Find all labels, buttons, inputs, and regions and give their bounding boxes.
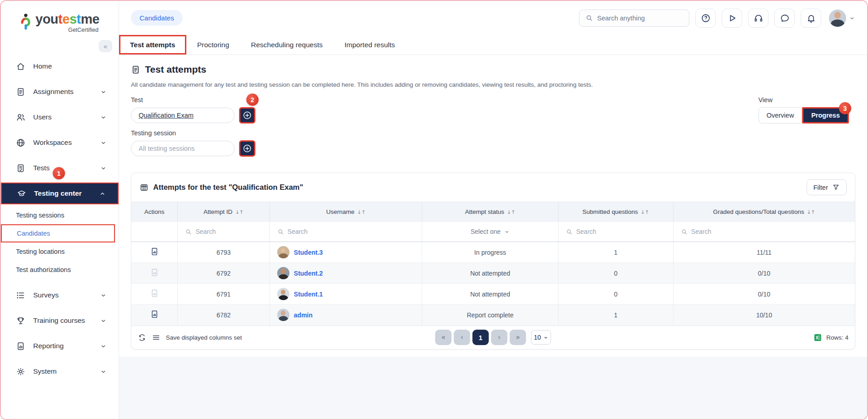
col-username[interactable]: Username↓↑: [269, 202, 422, 222]
first-page-button[interactable]: «: [435, 330, 452, 345]
view-label: View: [758, 96, 849, 104]
personal-report-icon: [150, 289, 159, 298]
username-link[interactable]: Student.2: [294, 270, 323, 277]
col-graded-questions[interactable]: Graded questions/Total questions↓↑: [673, 202, 855, 222]
search-icon: [277, 228, 284, 235]
username-search-input[interactable]: [288, 228, 404, 235]
refresh-icon[interactable]: [138, 333, 146, 342]
test-doc-icon: [16, 163, 25, 173]
sidebar-item-system[interactable]: System: [1, 359, 119, 384]
submitted-search-input[interactable]: [576, 228, 662, 235]
excel-export-icon[interactable]: [813, 333, 822, 342]
username-link[interactable]: Student.1: [294, 291, 323, 298]
home-icon: [16, 62, 25, 71]
help-button[interactable]: [695, 9, 716, 28]
tab-rescheduling-requests[interactable]: Rescheduling requests: [240, 35, 334, 54]
sidebar-item-testing-center[interactable]: Testing center: [1, 183, 119, 204]
logo: youtestme GetCertified «: [1, 1, 119, 52]
sidebar-subitem-test-authorizations[interactable]: Test authorizations: [1, 261, 119, 279]
sidebar-item-users[interactable]: Users: [1, 104, 119, 130]
sort-icon[interactable]: ↓↑: [235, 209, 244, 215]
list-icon: [16, 291, 25, 300]
add-test-button[interactable]: [239, 107, 255, 124]
main-area: Candidates Test attempts Proctoring: [119, 1, 867, 419]
notifications-button[interactable]: [801, 9, 821, 28]
chevron-down-icon: [100, 114, 107, 121]
search-input[interactable]: [597, 15, 674, 22]
chevron-down-icon: [100, 292, 107, 299]
sidebar-collapse-button[interactable]: «: [99, 40, 112, 52]
view-overview-button[interactable]: Overview: [758, 107, 802, 124]
save-columns-label[interactable]: Save displayed columns set: [166, 334, 242, 341]
tab-proctoring[interactable]: Proctoring: [186, 35, 240, 54]
sidebar-item-assignments[interactable]: Assignments: [1, 79, 119, 104]
user-row-avatar: [277, 267, 289, 279]
sidebar-item-reporting[interactable]: Reporting: [1, 333, 119, 359]
page-description: All candidate management for any test an…: [131, 81, 855, 88]
sidebar-subitem-candidates[interactable]: Candidates: [1, 224, 115, 242]
username-link[interactable]: admin: [294, 311, 313, 319]
global-search[interactable]: [579, 10, 689, 27]
col-attempt-status[interactable]: Attempt status↓↑: [422, 202, 558, 222]
col-attempt-id[interactable]: Attempt ID↓↑: [178, 202, 269, 222]
chevron-down-icon: [100, 139, 107, 146]
table-row: 6793 Student.3 In progress 1 11/11: [131, 242, 855, 263]
personal-report-icon: [150, 268, 159, 277]
logo-wordmark: youtestme: [35, 13, 100, 26]
sidebar-subitem-testing-locations[interactable]: Testing locations: [1, 242, 119, 261]
view-progress-button[interactable]: Progress 3: [802, 107, 849, 124]
table-footer: Save displayed columns set « ‹ 1 › » 10 …: [131, 326, 855, 349]
annotation-step-3-badge: 3: [839, 102, 851, 114]
sort-icon[interactable]: ↓↑: [807, 209, 815, 215]
sort-icon[interactable]: ↓↑: [507, 209, 515, 215]
chevron-down-icon: [100, 165, 107, 172]
testing-session-input[interactable]: [131, 141, 234, 156]
sort-icon[interactable]: ↓↑: [641, 209, 649, 215]
sidebar-item-surveys[interactable]: Surveys: [1, 282, 119, 308]
prev-page-button[interactable]: ‹: [454, 330, 470, 345]
user-menu[interactable]: [829, 10, 855, 27]
next-page-button[interactable]: ›: [491, 330, 508, 345]
table-row: 6791 Student.1 Not attempted 0 0/10: [131, 284, 855, 305]
table-row: 6792 Student.2 Not attempted 0 0/10: [131, 263, 855, 284]
graded-search-input[interactable]: [691, 228, 831, 235]
tabs-bar: Test attempts Proctoring Rescheduling re…: [119, 35, 867, 55]
status-filter-select[interactable]: Select one: [422, 228, 558, 235]
chevron-down-icon: [100, 343, 107, 350]
support-button[interactable]: [748, 9, 768, 28]
tab-test-attempts[interactable]: Test attempts: [119, 35, 186, 54]
last-page-button[interactable]: »: [510, 330, 526, 345]
sidebar-item-training-courses[interactable]: Training courses: [1, 308, 119, 333]
headphones-icon: [753, 13, 763, 23]
search-icon: [185, 228, 192, 235]
personal-report-icon[interactable]: [150, 247, 159, 256]
test-field-label: Test: [131, 96, 255, 104]
add-session-button[interactable]: [239, 140, 255, 157]
sidebar-item-workspaces[interactable]: Workspaces: [1, 130, 119, 155]
attempt-id-search-input[interactable]: [195, 228, 263, 235]
chevron-down-icon: [100, 89, 107, 95]
columns-menu-icon[interactable]: [152, 333, 160, 342]
username-link[interactable]: Student.3: [294, 249, 323, 256]
test-select-input[interactable]: [131, 108, 234, 123]
sidebar-subitem-testing-sessions[interactable]: Testing sessions: [1, 206, 119, 224]
breadcrumb[interactable]: Candidates: [131, 10, 183, 26]
tutorials-button[interactable]: [722, 9, 742, 28]
app-window: youtestme GetCertified « Home Assignment…: [0, 0, 868, 420]
annotation-step-1-badge: 1: [53, 167, 65, 179]
chevron-down-icon: [849, 15, 855, 21]
col-submitted-questions[interactable]: Submitted questions↓↑: [558, 202, 673, 222]
page-size-select[interactable]: 10: [531, 330, 551, 345]
topbar: Candidates: [119, 1, 867, 35]
sidebar: youtestme GetCertified « Home Assignment…: [1, 1, 119, 419]
page-1-button[interactable]: 1: [473, 330, 489, 345]
sidebar-item-home[interactable]: Home: [1, 54, 119, 79]
trophy-icon: [16, 316, 25, 326]
user-row-avatar: [277, 246, 289, 258]
personal-report-icon[interactable]: [150, 310, 159, 319]
sort-icon[interactable]: ↓↑: [357, 209, 365, 215]
tab-imported-results[interactable]: Imported results: [334, 35, 406, 54]
filter-button[interactable]: Filter: [807, 179, 847, 195]
annotation-step-2-badge: 2: [246, 94, 259, 106]
messages-button[interactable]: [774, 9, 795, 28]
